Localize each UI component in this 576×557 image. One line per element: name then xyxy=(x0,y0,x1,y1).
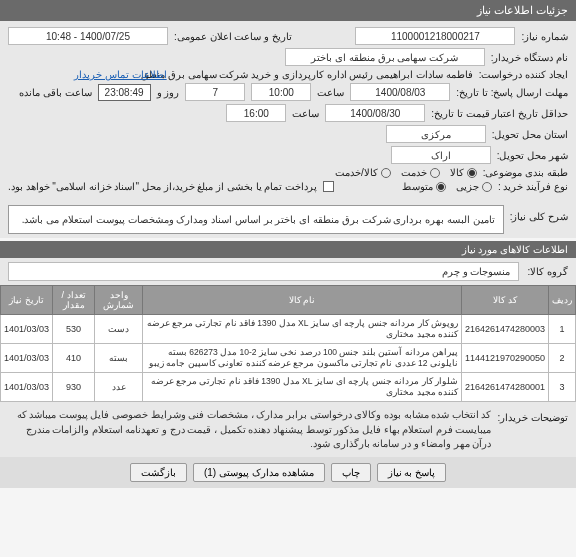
cell-qty: 530 xyxy=(53,315,95,344)
validity-label: حداقل تاریخ اعتبار قیمت تا تاریخ: xyxy=(431,108,568,119)
table-row: 3 2164261474280001 شلوار کار مردانه جنس … xyxy=(1,373,576,402)
remaining-days-label: روز و xyxy=(157,87,180,98)
radio-both[interactable] xyxy=(381,168,391,178)
form-area: شماره نیاز: 1100001218000217 تاریخ و ساع… xyxy=(0,21,576,201)
group-label: گروه کالا: xyxy=(527,266,568,277)
cell-qty: 410 xyxy=(53,344,95,373)
radio-small[interactable] xyxy=(482,182,492,192)
cell-code: 1144121970290050 xyxy=(461,344,548,373)
org-label: نام دستگاه خریدار: xyxy=(491,52,568,63)
docs-button[interactable]: مشاهده مدارک پیوستی (1) xyxy=(193,463,325,482)
city-field: اراک xyxy=(391,146,491,164)
desc-box: تامین البسه بهره برداری شرکت برق منطقه ا… xyxy=(8,205,504,234)
cat-both-label: کالا/خدمت xyxy=(335,167,378,178)
cell-idx: 3 xyxy=(549,373,576,402)
cell-idx: 1 xyxy=(549,315,576,344)
remaining-days-field: 7 xyxy=(185,83,245,101)
deadline-date-field: 1400/08/03 xyxy=(350,83,450,101)
cell-name: پیراهن مردانه آستین بلند جنس 100 درصد نخ… xyxy=(143,344,462,373)
cell-idx: 2 xyxy=(549,344,576,373)
table-row: 2 1144121970290050 پیراهن مردانه آستین ب… xyxy=(1,344,576,373)
page-title: جزئیات اطلاعات نیاز xyxy=(477,4,568,16)
creator-label: ایجاد کننده درخواست: xyxy=(479,69,568,80)
province-label: استان محل تحویل: xyxy=(492,129,568,140)
process-radio-group: جزیی متوسط xyxy=(402,181,492,192)
process-label: نوع فرآیند خرید : xyxy=(498,181,568,192)
category-label: طبقه بندی موضوعی: xyxy=(483,167,568,178)
creator-value: فاطمه سادات ابراهیمی رئیس اداره کارپرداز… xyxy=(173,69,473,80)
payment-checkbox[interactable] xyxy=(323,181,334,192)
th-row: ردیف xyxy=(549,286,576,315)
request-no-field: 1100001218000217 xyxy=(355,27,515,45)
group-field: منسوجات و چرم xyxy=(8,262,519,281)
cell-date: 1401/03/03 xyxy=(1,373,53,402)
cell-code: 2164261474280001 xyxy=(461,373,548,402)
cell-date: 1401/03/03 xyxy=(1,344,53,373)
th-name: نام کالا xyxy=(143,286,462,315)
copy-button[interactable]: چاپ xyxy=(331,463,371,482)
request-no-label: شماره نیاز: xyxy=(521,31,568,42)
desc-label: شرح کلی نیاز: xyxy=(510,205,568,222)
table-header-row: ردیف کد کالا نام کالا واحد شمارش تعداد /… xyxy=(1,286,576,315)
answer-button[interactable]: پاسخ به نیاز xyxy=(377,463,447,482)
validity-date-field: 1400/08/30 xyxy=(325,104,425,122)
cell-date: 1401/03/03 xyxy=(1,315,53,344)
cell-name: روپوش کار مردانه جنس پارچه ای سایز XL مد… xyxy=(143,315,462,344)
deadline-time-field: 10:00 xyxy=(251,83,311,101)
category-radio-group: کالا خدمت کالا/خدمت xyxy=(335,167,477,178)
time-label-2: ساعت xyxy=(292,108,319,119)
time-label-1: ساعت xyxy=(317,87,344,98)
payment-note: پرداخت تمام یا بخشی از مبلغ خرید،از محل … xyxy=(8,181,317,192)
buyer-note-label: توضیحات خریدار: xyxy=(497,408,568,451)
back-button[interactable]: بازگشت xyxy=(130,463,187,482)
buyer-note-text: کد انتخاب شده مشابه بوده وکالای درخواستی… xyxy=(8,408,491,451)
contact-link[interactable]: اطلاعات تماس خریدار xyxy=(74,69,167,80)
buyer-note-row: توضیحات خریدار: کد انتخاب شده مشابه بوده… xyxy=(0,402,576,457)
page-header: جزئیات اطلاعات نیاز xyxy=(0,0,576,21)
announce-label: تاریخ و ساعت اعلان عمومی: xyxy=(174,31,292,42)
remaining-time-field: 23:08:49 xyxy=(98,84,151,101)
cell-unit: دست xyxy=(95,315,143,344)
cell-name: شلوار کار مردانه جنس پارچه ای سایز XL مد… xyxy=(143,373,462,402)
remaining-suffix: ساعت باقی مانده xyxy=(19,87,92,98)
button-bar: پاسخ به نیاز چاپ مشاهده مدارک پیوستی (1)… xyxy=(0,457,576,488)
announce-field: 1400/07/25 - 10:48 xyxy=(8,27,168,45)
cell-unit: بسته xyxy=(95,344,143,373)
deadline-label: مهلت ارسال پاسخ: تا تاریخ: xyxy=(456,87,568,98)
goods-table: ردیف کد کالا نام کالا واحد شمارش تعداد /… xyxy=(0,285,576,402)
radio-service[interactable] xyxy=(430,168,440,178)
cell-qty: 930 xyxy=(53,373,95,402)
validity-time-field: 16:00 xyxy=(226,104,286,122)
th-qty: تعداد / مقدار xyxy=(53,286,95,315)
radio-goods[interactable] xyxy=(467,168,477,178)
radio-medium[interactable] xyxy=(436,182,446,192)
cat-goods-label: کالا xyxy=(450,167,464,178)
proc-small-label: جزیی xyxy=(456,181,479,192)
proc-medium-label: متوسط xyxy=(402,181,433,192)
province-field: مرکزی xyxy=(386,125,486,143)
goods-section-header: اطلاعات کالاهای مورد نیاز xyxy=(0,241,576,258)
table-row: 1 2164261474280003 روپوش کار مردانه جنس … xyxy=(1,315,576,344)
cat-service-label: خدمت xyxy=(401,167,427,178)
cell-unit: عدد xyxy=(95,373,143,402)
org-field: شرکت سهامی برق منطقه ای باختر xyxy=(285,48,485,66)
city-label: شهر محل تحویل: xyxy=(497,150,568,161)
th-unit: واحد شمارش xyxy=(95,286,143,315)
th-code: کد کالا xyxy=(461,286,548,315)
cell-code: 2164261474280003 xyxy=(461,315,548,344)
th-date: تاریخ نیاز xyxy=(1,286,53,315)
